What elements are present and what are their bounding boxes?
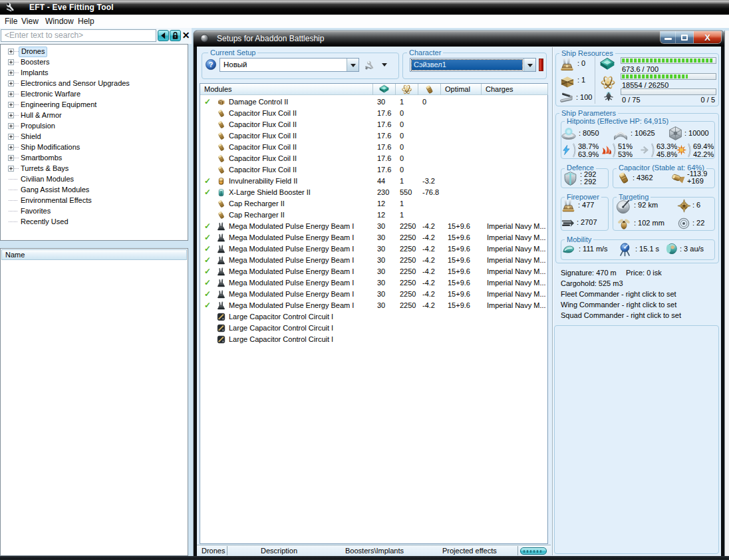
- module-charge: Imperial Navy M...: [487, 221, 545, 232]
- module-row[interactable]: ✓Mega Modulated Pulse Energy Beam I30225…: [200, 300, 547, 311]
- module-row[interactable]: ✓Mega Modulated Pulse Energy Beam I30225…: [200, 277, 547, 289]
- menu-item-view[interactable]: View: [21, 15, 39, 28]
- search-input[interactable]: <Enter text to search>: [1, 29, 156, 42]
- tree-expander-icon[interactable]: [8, 134, 14, 140]
- module-turret-icon: [216, 278, 226, 288]
- tab-drones[interactable]: Drones: [202, 547, 225, 556]
- module-row[interactable]: Capacitor Flux Coil II17.60: [200, 108, 547, 119]
- clear-search-button[interactable]: ✕: [181, 30, 191, 41]
- menu-item-file[interactable]: File: [5, 15, 17, 28]
- tree-item-engineering-equipment[interactable]: Engineering Equipment: [1, 100, 188, 110]
- tree-expander-icon[interactable]: [8, 49, 14, 55]
- tree-expander-icon[interactable]: [8, 102, 14, 108]
- cpu-icon: [600, 74, 616, 90]
- setup-window-titlebar[interactable]: Setups for Abaddon Battleship X: [194, 31, 724, 47]
- tree-item-smartbombs[interactable]: Smartbombs: [1, 153, 188, 164]
- setup-name-combo[interactable]: Новый: [219, 58, 359, 72]
- calibration-value: : 100: [576, 93, 592, 101]
- tab-boosters-implants[interactable]: Boosters\Implants: [345, 547, 404, 556]
- tree-item-favorites[interactable]: Favorites: [1, 206, 188, 217]
- panel-splitter[interactable]: [552, 47, 553, 555]
- tree-item-civilian-modules[interactable]: Civilian Modules: [1, 174, 188, 185]
- module-turret-icon: [216, 233, 226, 243]
- tree-expander-icon[interactable]: [8, 80, 14, 86]
- drone-capacity-value: 0 / 75: [622, 96, 641, 104]
- tree-item-recently-used[interactable]: Recently Used: [1, 217, 188, 227]
- module-name: Large Capacitor Control Circuit I: [229, 334, 333, 345]
- module-row[interactable]: Capacitor Flux Coil II17.60: [200, 153, 547, 164]
- module-row[interactable]: ✓X-Large Shield Booster II230550-76.8: [200, 187, 547, 198]
- tree-item-drones[interactable]: Drones: [1, 47, 188, 57]
- tree-expander-icon[interactable]: [8, 91, 14, 97]
- name-column-header[interactable]: Name: [1, 249, 187, 260]
- module-row[interactable]: Large Capacitor Control Circuit I: [200, 334, 547, 345]
- tree-expander-icon[interactable]: [8, 70, 14, 76]
- tree-item-electronic-warfare[interactable]: Electronic Warfare: [1, 89, 188, 100]
- back-button[interactable]: [158, 30, 169, 41]
- module-cpu: 12: [377, 198, 385, 210]
- tree-expander-icon[interactable]: [8, 123, 14, 129]
- module-row[interactable]: Large Capacitor Control Circuit I: [200, 323, 547, 334]
- tree-item-hull-armor[interactable]: Hull & Armor: [1, 110, 188, 121]
- tree-connector: [14, 168, 19, 169]
- column-header-optimal[interactable]: Optimal: [441, 84, 482, 95]
- armor-hp-value: : 10625: [631, 129, 655, 137]
- module-cap-use: 0: [422, 96, 426, 108]
- menu-item-help[interactable]: Help: [78, 15, 94, 28]
- column-header-capacitor[interactable]: [418, 84, 441, 95]
- close-button[interactable]: X: [694, 31, 721, 43]
- module-row[interactable]: ✓Mega Modulated Pulse Energy Beam I30225…: [200, 255, 547, 266]
- lock-button[interactable]: [170, 30, 181, 41]
- tree-item-propulsion[interactable]: Propulsion: [1, 121, 188, 132]
- tree-expander-icon[interactable]: [8, 155, 14, 161]
- module-row[interactable]: Cap Recharger II121: [200, 198, 547, 210]
- module-row[interactable]: Cap Recharger II121: [200, 210, 547, 221]
- module-row[interactable]: ✓Mega Modulated Pulse Energy Beam I30225…: [200, 266, 547, 277]
- module-row[interactable]: Capacitor Flux Coil II17.60: [200, 164, 547, 176]
- tree-expander-icon[interactable]: [8, 144, 14, 150]
- tree-item-electronics-and-sensor-upgrades[interactable]: Electronics and Sensor Upgrades: [1, 78, 188, 89]
- combo-dropdown-icon[interactable]: [347, 59, 359, 71]
- tree-item-environmental-effects[interactable]: Environmental Effects: [1, 196, 188, 206]
- tree-item-turrets-bays[interactable]: Turrets & Bays: [1, 164, 188, 174]
- tree-expander-icon[interactable]: [8, 59, 14, 65]
- module-row[interactable]: ✓Mega Modulated Pulse Energy Beam I30225…: [200, 243, 547, 255]
- module-row[interactable]: Capacitor Flux Coil II17.60: [200, 130, 547, 142]
- module-row[interactable]: Capacitor Flux Coil II17.60: [200, 119, 547, 130]
- module-cap-coil-icon: [216, 154, 226, 164]
- tree-item-gang-assist-modules[interactable]: Gang Assist Modules: [1, 185, 188, 196]
- tree-item-shield[interactable]: Shield: [1, 132, 188, 142]
- tab-projected-effects[interactable]: Projected effects: [442, 547, 497, 556]
- module-row[interactable]: ✓Invulnerability Field II441-3.2: [200, 176, 547, 187]
- module-row[interactable]: Large Capacitor Control Circuit I: [200, 311, 547, 323]
- combo-dropdown-icon[interactable]: [523, 59, 535, 71]
- module-name: Capacitor Flux Coil II: [229, 108, 297, 119]
- module-row[interactable]: Capacitor Flux Coil II17.60: [200, 142, 547, 153]
- column-header-cpu[interactable]: [373, 84, 396, 95]
- column-header-powergrid[interactable]: [396, 84, 418, 95]
- tree-expander-icon[interactable]: [8, 112, 14, 118]
- tab-description[interactable]: Description: [261, 547, 297, 556]
- module-row[interactable]: ✓Mega Modulated Pulse Energy Beam I30225…: [200, 221, 547, 232]
- module-row[interactable]: ✓Mega Modulated Pulse Energy Beam I30225…: [200, 232, 547, 243]
- resist-em-armor: 63.9%: [578, 151, 599, 158]
- maximize-button[interactable]: [676, 31, 694, 43]
- tree-expander-icon[interactable]: [8, 166, 14, 172]
- tree-item-implants[interactable]: Implants: [1, 68, 188, 78]
- column-header-modules[interactable]: Modules: [200, 84, 373, 95]
- tree-item-boosters[interactable]: Boosters: [1, 57, 188, 68]
- minimize-button[interactable]: [660, 31, 676, 43]
- module-charge: Imperial Navy M...: [487, 255, 545, 266]
- character-combo[interactable]: Сэйзвел1: [410, 58, 536, 72]
- module-row[interactable]: ✓Damage Control II3010: [200, 96, 547, 108]
- tree-item-ship-modifications[interactable]: Ship Modifications: [1, 142, 188, 153]
- setup-tools-caret-icon[interactable]: [382, 63, 387, 69]
- mini-gauge-button[interactable]: [520, 547, 547, 555]
- menu-item-window[interactable]: Window: [45, 15, 74, 28]
- module-powergrid: 1: [400, 176, 404, 187]
- firepower-volley-value: : 477: [578, 201, 594, 209]
- module-row[interactable]: ✓Mega Modulated Pulse Energy Beam I30225…: [200, 289, 547, 300]
- capacitor-icon: [616, 170, 631, 186]
- column-header-charges[interactable]: Charges: [482, 84, 548, 95]
- module-name: Mega Modulated Pulse Energy Beam I: [229, 232, 354, 243]
